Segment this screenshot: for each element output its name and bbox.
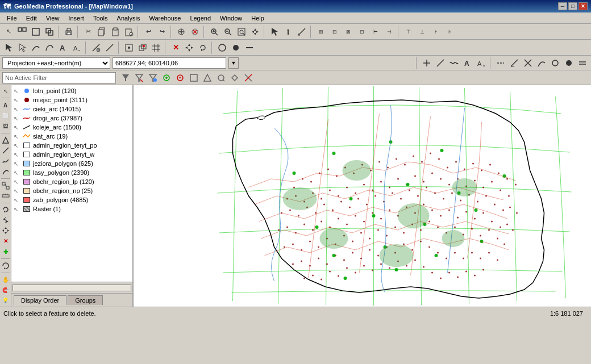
vtb-polygon[interactable] — [1, 135, 11, 145]
legend-item-cieki[interactable]: ↖ cieki_arc (14015) — [11, 104, 132, 114]
tb-draw-smooth[interactable] — [43, 41, 56, 54]
menu-insert[interactable]: Insert — [64, 14, 89, 23]
menu-file[interactable]: File — [2, 14, 22, 23]
maximize-button[interactable]: □ — [568, 2, 577, 10]
menu-analysis[interactable]: Analysis — [113, 14, 145, 23]
vtb-move[interactable] — [1, 226, 11, 236]
tb-dot[interactable] — [230, 41, 242, 54]
tb-cut[interactable]: ✂ — [82, 26, 94, 38]
tb-paste[interactable] — [109, 26, 122, 38]
tb-feature6[interactable]: ⊣ — [383, 26, 396, 38]
legend-item-lasy[interactable]: ↖ lasy_polygon (2390) — [11, 168, 132, 177]
map-area[interactable] — [134, 85, 591, 307]
filter-btn2[interactable] — [133, 72, 145, 84]
tb-grid[interactable] — [150, 41, 163, 54]
menu-warehouse[interactable]: Warehouse — [145, 14, 186, 23]
tb-draw-line[interactable] — [30, 41, 42, 54]
rt-diagonal[interactable] — [434, 57, 447, 69]
legend-item-obchr-np[interactable]: ↖ obchr_region_np (25) — [11, 186, 132, 195]
vtb-plus[interactable]: ✚ — [1, 247, 11, 257]
tb-btn-3[interactable] — [43, 26, 56, 38]
tb-measure[interactable] — [296, 26, 308, 38]
legend-item-koleje[interactable]: ↖ koleje_arc (1500) — [11, 123, 132, 132]
tb-draw-line2[interactable] — [103, 41, 116, 54]
filter-btn7[interactable] — [201, 72, 214, 84]
tb-win2[interactable]: ⊥ — [416, 26, 428, 38]
tb-text-tool[interactable]: A — [57, 41, 69, 54]
tb-identify[interactable] — [282, 26, 294, 38]
vtb-symbol[interactable]: ⬜ — [1, 111, 11, 120]
coord-dropdown-btn[interactable]: ▼ — [228, 57, 239, 69]
tb-line3[interactable] — [243, 41, 256, 54]
projection-select[interactable]: Projection +east;+north(m) — [2, 57, 110, 69]
rt-wave[interactable] — [448, 57, 460, 69]
tb-circle[interactable] — [216, 41, 228, 54]
vtb-lamp[interactable]: 💡 — [1, 296, 11, 306]
filter-btn1[interactable] — [119, 72, 132, 84]
vtb-line[interactable] — [1, 145, 11, 155]
tb-zoom-in[interactable] — [208, 26, 220, 38]
tb-win4[interactable]: ⊧ — [443, 26, 456, 38]
legend-item-admin1[interactable]: ↖ admin_region_teryt_po — [11, 141, 132, 150]
tb-btn-x[interactable] — [189, 26, 201, 38]
tb-node-edit[interactable] — [16, 41, 28, 54]
vtb-node[interactable] — [1, 181, 11, 190]
tb-move[interactable] — [183, 41, 195, 54]
legend-item-lotn[interactable]: ↖ lotn_point (120) — [11, 86, 132, 95]
tb-zoom-out[interactable] — [222, 26, 234, 38]
rt-filled-circle[interactable] — [563, 57, 575, 69]
coord-input[interactable] — [113, 57, 226, 69]
tb-snap[interactable] — [123, 41, 135, 54]
filter-btn5[interactable] — [174, 72, 186, 84]
tb-paste2[interactable]: ✓ — [123, 26, 135, 38]
menu-window[interactable]: Window — [215, 14, 247, 23]
minimize-button[interactable]: ─ — [558, 2, 567, 10]
legend-item-raster[interactable]: ↖ Raster (1) — [11, 204, 132, 214]
vtb-image[interactable]: 🖼 — [1, 121, 11, 131]
tb-win3[interactable]: ⊦ — [430, 26, 442, 38]
tb-printer[interactable] — [63, 26, 75, 38]
vtb-flip[interactable] — [1, 215, 11, 225]
vtb-refresh[interactable] — [1, 261, 11, 270]
vtb-hand[interactable]: ✋ — [1, 275, 11, 284]
vtb-freehand[interactable] — [1, 156, 11, 166]
tab-display-order[interactable]: Display Order — [14, 295, 66, 305]
tb-select[interactable]: ↖ — [2, 26, 15, 38]
tb-win1[interactable]: ⊤ — [402, 26, 415, 38]
legend-item-drogi[interactable]: ↖ drogi_arc (37987) — [11, 114, 132, 123]
legend-item-miejsc[interactable]: ↖ miejsc_point (3111) — [11, 95, 132, 104]
rt-text[interactable]: A — [461, 57, 474, 69]
menu-view[interactable]: View — [41, 14, 64, 23]
filter-btn4[interactable] — [160, 72, 173, 84]
filter-btn3[interactable] — [147, 72, 159, 84]
legend-item-jeziora[interactable]: ↖ jeziora_polygon (625) — [11, 159, 132, 168]
tb-redo[interactable]: ↪ — [156, 26, 168, 38]
menu-legend[interactable]: Legend — [185, 14, 215, 23]
vtb-magnet[interactable]: 🧲 — [1, 285, 11, 295]
tab-groups[interactable]: Groups — [68, 295, 103, 305]
rt-cross[interactable] — [421, 57, 433, 69]
tb-rotate[interactable] — [197, 41, 209, 54]
tb-zoom-extent[interactable] — [235, 26, 248, 38]
filter-btn8[interactable] — [215, 72, 227, 84]
legend-item-siat[interactable]: ↖ siat_arc (19) — [11, 132, 132, 141]
vtb-rotate[interactable] — [1, 205, 11, 215]
tb-draw-select[interactable] — [2, 41, 15, 54]
menu-edit[interactable]: Edit — [22, 14, 41, 23]
legend-item-obchr-lp[interactable]: ↖ obchr_region_lp (120) — [11, 177, 132, 186]
tb-draw-point[interactable] — [90, 41, 102, 54]
tb-feature1[interactable]: ⊞ — [315, 26, 327, 38]
filter-btn9[interactable] — [228, 72, 241, 84]
menu-help[interactable]: Help — [247, 14, 269, 23]
tb-del[interactable]: ✕ — [169, 41, 182, 54]
rt-equals[interactable] — [576, 57, 589, 69]
tb-feature3[interactable]: ⊠ — [342, 26, 355, 38]
legend-item-zab[interactable]: ↖ zab_polygon (4885) — [11, 195, 132, 204]
tb-link[interactable] — [175, 26, 188, 38]
rt-circle[interactable] — [549, 57, 561, 69]
rt-angle[interactable] — [508, 57, 521, 69]
rt-dash[interactable] — [494, 57, 507, 69]
close-button[interactable]: ✕ — [578, 2, 588, 10]
tb-feature2[interactable]: ⊟ — [328, 26, 341, 38]
tb-btn-2[interactable] — [30, 26, 42, 38]
